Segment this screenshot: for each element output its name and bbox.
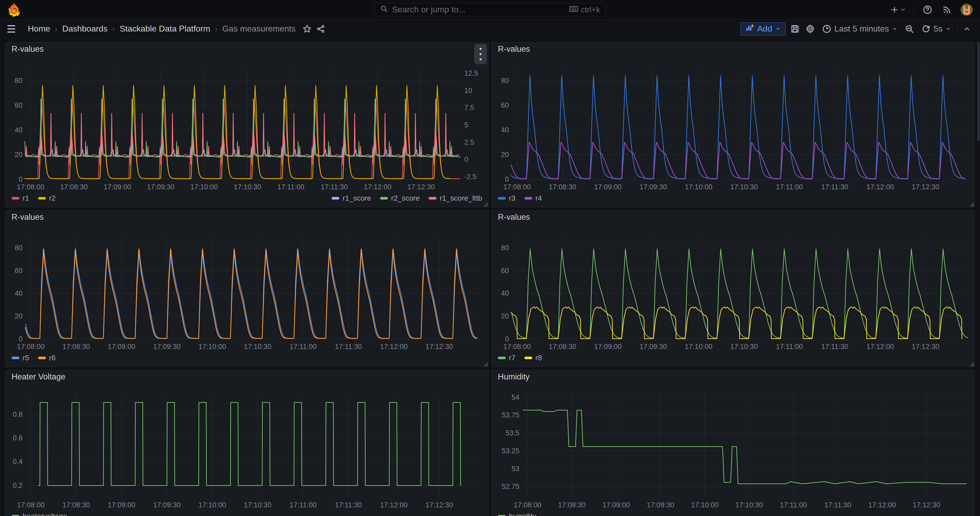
menu-toggle-button[interactable] bbox=[7, 23, 19, 35]
svg-text:17:09:00: 17:09:00 bbox=[594, 343, 622, 350]
time-range-picker[interactable]: Last 5 minutes bbox=[819, 22, 900, 35]
svg-text:60: 60 bbox=[501, 267, 509, 275]
legend-item-r4[interactable]: r4 bbox=[524, 194, 542, 202]
refresh-interval-label: 5s bbox=[934, 24, 942, 33]
svg-text:17:09:30: 17:09:30 bbox=[147, 183, 175, 191]
svg-text:17:08:30: 17:08:30 bbox=[62, 501, 90, 509]
svg-text:17:11:30: 17:11:30 bbox=[824, 501, 851, 509]
svg-text:17:12:00: 17:12:00 bbox=[869, 501, 896, 509]
search-input[interactable]: Search or jump to... ctrl+k bbox=[374, 3, 606, 16]
svg-text:0.2: 0.2 bbox=[13, 482, 22, 489]
collapse-toolbar-button[interactable] bbox=[961, 23, 973, 35]
panel-resize-handle[interactable] bbox=[970, 362, 974, 366]
legend-item-r3[interactable]: r3 bbox=[498, 194, 515, 202]
svg-text:17:11:30: 17:11:30 bbox=[335, 343, 362, 350]
legend-item-r1[interactable]: r1 bbox=[11, 194, 29, 202]
svg-text:17:10:30: 17:10:30 bbox=[735, 501, 763, 509]
svg-text:17:08:30: 17:08:30 bbox=[60, 183, 88, 191]
panel-title[interactable]: R-values bbox=[11, 212, 44, 222]
legend-item-r6[interactable]: r6 bbox=[38, 354, 56, 362]
add-panel-button[interactable]: Add bbox=[741, 22, 786, 35]
legend-label: r8 bbox=[535, 354, 542, 362]
chevron-down-icon bbox=[946, 26, 951, 32]
legend-item-r2[interactable]: r2 bbox=[38, 194, 56, 202]
legend-label: r1_score_lttb bbox=[440, 194, 482, 202]
breadcrumb-separator: › bbox=[215, 24, 218, 33]
dashboard-settings-button[interactable] bbox=[804, 23, 816, 35]
svg-text:17:11:00: 17:11:00 bbox=[290, 501, 317, 509]
legend-item-r8[interactable]: r8 bbox=[524, 354, 542, 362]
panel-title[interactable]: Heater Voltage bbox=[11, 372, 65, 382]
timeseries-chart[interactable]: 02040608017:08:0017:08:3017:09:0017:09:3… bbox=[496, 224, 970, 351]
dashboard-toolbar: Home › Dashboards › Stackable Data Platf… bbox=[0, 19, 980, 38]
legend-swatch bbox=[38, 357, 46, 359]
legend-item-r2_score[interactable]: r2_score bbox=[380, 194, 420, 202]
panel-title[interactable]: Humidity bbox=[498, 372, 530, 382]
svg-text:17:10:00: 17:10:00 bbox=[685, 183, 712, 191]
series-line-humidity bbox=[523, 410, 966, 484]
timeseries-chart[interactable]: 02040608017:08:0017:08:3017:09:0017:09:3… bbox=[496, 56, 970, 191]
svg-text:2.5: 2.5 bbox=[464, 139, 474, 146]
series-line-r2_score bbox=[25, 99, 457, 156]
svg-text:17:12:30: 17:12:30 bbox=[913, 501, 940, 509]
legend-item-heatervoltage[interactable]: heatervoltage bbox=[11, 512, 67, 516]
timeseries-chart[interactable]: 0.20.40.60.817:08:0017:08:3017:09:0017:0… bbox=[10, 384, 484, 510]
legend-swatch bbox=[498, 357, 506, 359]
panel-title[interactable]: R-values bbox=[498, 45, 530, 54]
svg-text:17:09:30: 17:09:30 bbox=[647, 501, 674, 509]
svg-text:0: 0 bbox=[505, 335, 509, 343]
svg-text:17:09:00: 17:09:00 bbox=[108, 501, 135, 509]
legend-item-r1_score_lttb[interactable]: r1_score_lttb bbox=[429, 194, 482, 202]
legend-label: r3 bbox=[509, 194, 515, 202]
panel-title[interactable]: R-values bbox=[498, 212, 530, 222]
timeseries-chart[interactable]: 02040608017:08:0017:08:3017:09:0017:09:3… bbox=[10, 224, 484, 351]
panel-resize-handle[interactable] bbox=[484, 202, 488, 206]
timeseries-chart[interactable]: 52.755353.2553.553.755417:08:0017:08:301… bbox=[496, 384, 970, 510]
panel-resize-handle[interactable] bbox=[970, 202, 974, 206]
keyboard-icon bbox=[569, 5, 578, 14]
legend-swatch bbox=[11, 357, 19, 359]
legend-label: r5 bbox=[22, 354, 29, 362]
svg-text:17:11:00: 17:11:00 bbox=[290, 343, 317, 350]
chart-canvas: 02040608017:08:0017:08:3017:09:0017:09:3… bbox=[496, 56, 970, 191]
svg-text:20: 20 bbox=[15, 151, 22, 159]
panel-resize-handle[interactable] bbox=[484, 362, 488, 366]
panel-title[interactable]: R-values bbox=[11, 45, 44, 54]
breadcrumb-home[interactable]: Home bbox=[28, 24, 50, 33]
breadcrumb-dashboards[interactable]: Dashboards bbox=[62, 24, 108, 33]
svg-text:0.4: 0.4 bbox=[13, 458, 22, 466]
favorite-star-button[interactable] bbox=[301, 23, 313, 35]
legend-item-r5[interactable]: r5 bbox=[11, 354, 29, 362]
breadcrumb-folder[interactable]: Stackable Data Platform bbox=[120, 24, 210, 33]
chart-legend: humidity bbox=[496, 510, 970, 516]
save-dashboard-button[interactable] bbox=[789, 23, 801, 35]
svg-text:17:12:30: 17:12:30 bbox=[912, 183, 939, 191]
legend-swatch bbox=[11, 515, 19, 516]
scrollbar-thumb[interactable] bbox=[977, 41, 980, 141]
legend-item-r1_score[interactable]: r1_score bbox=[331, 194, 371, 202]
svg-text:17:10:00: 17:10:00 bbox=[691, 501, 719, 509]
news-rss-button[interactable] bbox=[941, 4, 953, 16]
svg-text:17:10:00: 17:10:00 bbox=[199, 343, 226, 350]
svg-text:17:11:00: 17:11:00 bbox=[776, 343, 803, 350]
legend-item-r7[interactable]: r7 bbox=[498, 354, 515, 362]
svg-text:17:11:30: 17:11:30 bbox=[821, 183, 848, 191]
user-avatar[interactable] bbox=[961, 4, 973, 16]
svg-text:17:09:30: 17:09:30 bbox=[640, 183, 667, 191]
svg-text:17:12:30: 17:12:30 bbox=[425, 501, 453, 509]
svg-text:53.25: 53.25 bbox=[501, 447, 519, 455]
help-button[interactable] bbox=[922, 4, 933, 16]
svg-text:53.75: 53.75 bbox=[501, 411, 519, 419]
svg-text:17:09:00: 17:09:00 bbox=[108, 343, 135, 350]
refresh-picker[interactable]: 5s bbox=[919, 22, 953, 35]
legend-swatch bbox=[524, 357, 532, 359]
add-button-label: Add bbox=[757, 24, 772, 33]
zoom-out-button[interactable] bbox=[904, 23, 915, 35]
timeseries-chart[interactable]: 02040608017:08:0017:08:3017:09:0017:09:3… bbox=[10, 56, 484, 191]
legend-item-humidity[interactable]: humidity bbox=[498, 512, 536, 516]
new-menu-button[interactable] bbox=[891, 4, 906, 16]
svg-text:80: 80 bbox=[15, 244, 22, 252]
grafana-logo[interactable] bbox=[7, 2, 21, 17]
share-button[interactable] bbox=[315, 23, 326, 35]
chart-canvas: 52.755353.2553.553.755417:08:0017:08:301… bbox=[496, 384, 970, 510]
